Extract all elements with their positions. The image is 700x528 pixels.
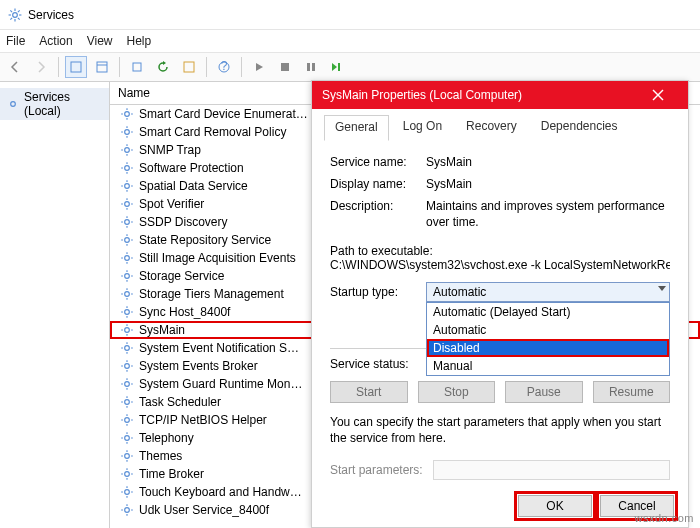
gear-icon [120,161,134,175]
close-icon[interactable] [638,81,678,109]
stopservice-button[interactable]: Stop [418,381,496,403]
service-name-label: Service name: [330,155,426,169]
svg-point-41 [125,184,130,189]
gear-icon [120,305,134,319]
svg-rect-16 [281,63,289,71]
tab-dependencies[interactable]: Dependencies [531,115,628,141]
svg-text:?: ? [221,61,228,73]
svg-point-0 [13,12,18,17]
sidebar: Services (Local) [0,82,110,528]
tab-recovery[interactable]: Recovery [456,115,527,141]
service-name: Storage Tiers Management [139,287,284,301]
gear-icon [120,107,134,121]
svg-point-36 [125,166,130,171]
combo-option[interactable]: Manual [427,357,669,375]
menu-bar: File Action View Help [0,30,700,52]
gear-icon [120,467,134,481]
service-name: Touch Keyboard and Handw… [139,485,302,499]
start-parameters-input[interactable] [433,460,670,480]
play-button[interactable] [248,56,270,78]
combo-selected[interactable]: Automatic [426,282,670,302]
display-name-value: SysMain [426,177,670,191]
service-name: Themes [139,449,182,463]
toolbar-separator [119,57,120,77]
svg-point-76 [125,310,130,315]
svg-rect-17 [307,63,310,71]
gear-icon [120,341,134,355]
gear-icon [120,197,134,211]
svg-rect-12 [133,63,141,71]
service-name: System Events Broker [139,359,258,373]
gear-icon [120,233,134,247]
restart-button[interactable] [326,56,348,78]
toolbar-btn-1[interactable] [65,56,87,78]
startup-type-combo[interactable]: Automatic Automatic (Delayed Start)Autom… [426,282,670,302]
gear-icon [120,287,134,301]
sidebar-item-label: Services (Local) [24,90,103,118]
service-name: Spot Verifier [139,197,204,211]
gear-icon [120,413,134,427]
menu-action[interactable]: Action [39,34,72,48]
chevron-down-icon [658,286,666,291]
sidebar-item-services-local[interactable]: Services (Local) [0,88,109,120]
service-name: Telephony [139,431,194,445]
services-icon [8,8,22,22]
svg-rect-19 [338,63,340,71]
svg-point-46 [125,202,130,207]
refresh-button[interactable] [152,56,174,78]
gear-icon [120,485,134,499]
toolbar-btn-5[interactable] [178,56,200,78]
forward-button[interactable] [30,56,52,78]
gear-icon [120,431,134,445]
toolbar-btn-2[interactable] [91,56,113,78]
svg-point-96 [125,382,130,387]
combo-dropdown: Automatic (Delayed Start)AutomaticDisabl… [426,302,670,376]
svg-point-131 [125,508,130,513]
ok-button[interactable]: OK [518,495,592,517]
path-value: C:\WINDOWS\system32\svchost.exe -k Local… [330,258,670,272]
toolbar-separator [206,57,207,77]
toolbar-btn-3[interactable] [126,56,148,78]
startup-type-label: Startup type: [330,285,426,299]
svg-point-61 [125,256,130,261]
gear-icon [120,323,134,337]
gear-icon [120,143,134,157]
combo-option[interactable]: Automatic [427,321,669,339]
svg-rect-13 [184,62,194,72]
pause-button[interactable] [300,56,322,78]
dialog-titlebar[interactable]: SysMain Properties (Local Computer) [312,81,688,109]
svg-line-6 [18,17,20,19]
svg-point-31 [125,148,130,153]
service-status-label: Service status: [330,357,426,371]
start-button[interactable]: Start [330,381,408,403]
tab-logon[interactable]: Log On [393,115,452,141]
resume-button[interactable]: Resume [593,381,671,403]
gear-icon [120,215,134,229]
svg-point-126 [125,490,130,495]
menu-help[interactable]: Help [127,34,152,48]
service-name: Sync Host_8400f [139,305,230,319]
svg-point-86 [125,346,130,351]
combo-option[interactable]: Automatic (Delayed Start) [427,303,669,321]
svg-point-66 [125,274,130,279]
gear-icon [120,359,134,373]
menu-view[interactable]: View [87,34,113,48]
gear-icon [120,395,134,409]
path-label: Path to executable: [330,244,670,258]
stop-button[interactable] [274,56,296,78]
service-name: Storage Service [139,269,224,283]
service-name: System Guard Runtime Mon… [139,377,302,391]
tab-general[interactable]: General [324,115,389,141]
help-button[interactable]: ? [213,56,235,78]
toolbar-separator [58,57,59,77]
service-name: Smart Card Removal Policy [139,125,286,139]
svg-point-111 [125,436,130,441]
svg-point-101 [125,400,130,405]
dialog-title: SysMain Properties (Local Computer) [322,88,522,102]
back-button[interactable] [4,56,26,78]
menu-file[interactable]: File [6,34,25,48]
combo-option[interactable]: Disabled [427,339,669,357]
pauseservice-button[interactable]: Pause [505,381,583,403]
service-name: SSDP Discovery [139,215,227,229]
display-name-label: Display name: [330,177,426,191]
